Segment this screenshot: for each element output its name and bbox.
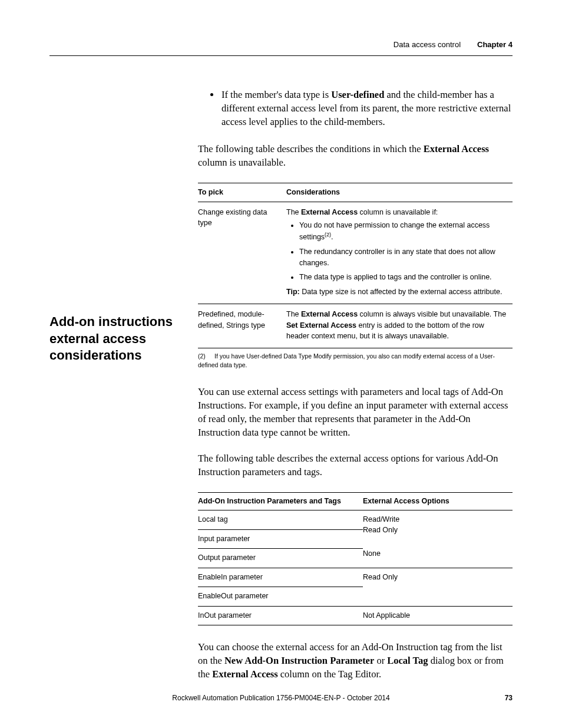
r1-b3: The data type is applied to tags and the…: [299, 272, 509, 283]
r1-bullet-list: You do not have permission to change the…: [286, 220, 509, 283]
t2-g1-l0: Read/Write: [363, 515, 513, 525]
top-bullet-item: If the member's data type is User-define…: [220, 88, 513, 129]
intro-bold: External Access: [424, 143, 489, 154]
t2-g2-empty: [363, 587, 513, 607]
b3-d: Local Tag: [387, 655, 428, 666]
table-row: Output parameter None: [198, 549, 513, 568]
b3-g: column on the Tag Editor.: [278, 668, 381, 680]
t2-g3: Not Applicable: [363, 606, 513, 625]
t2-l4: EnableOut parameter: [198, 587, 363, 607]
intro-paragraph: The following table describes the condit…: [198, 143, 513, 170]
table-row: Change existing data type The External A…: [198, 202, 513, 304]
table2-head-options: External Access Options: [363, 492, 513, 510]
table1-r2-c2: The External Access column is always vis…: [286, 304, 513, 348]
table-row: Local tag Read/Write Read Only: [198, 510, 513, 530]
body3-paragraph: You can choose the external access for a…: [198, 641, 513, 681]
t2-g1-l2: None: [363, 549, 513, 568]
table-row: EnableOut parameter: [198, 587, 513, 607]
b3-f: External Access: [212, 668, 277, 680]
footer-publication: Rockwell Automation Publication 1756-PM0…: [73, 694, 489, 702]
t2-l3: EnableIn parameter: [198, 568, 363, 587]
r1-lead-c: column is unavailable if:: [358, 208, 438, 216]
table1-head-considerations: Considerations: [286, 183, 513, 202]
top-bullet-list: If the member's data type is User-define…: [198, 88, 513, 129]
table1-footnote: (2)If you have User-defined Data Type Mo…: [198, 352, 513, 369]
b3-b: New Add-On Instruction Parameter: [224, 655, 374, 666]
footer-page-number: 73: [489, 694, 513, 702]
running-header: Data access control Chapter 4: [49, 40, 513, 49]
table2-head-params: Add-On Instruction Parameters and Tags: [198, 492, 363, 510]
table-row: EnableIn parameter Read Only: [198, 568, 513, 587]
header-rule: [49, 55, 513, 56]
bullet-bold-userdefined: User-defined: [331, 89, 384, 100]
t2-l1: Input parameter: [198, 529, 363, 549]
t2-g2: Read Only: [363, 568, 513, 587]
table1-head-topick: To pick: [198, 183, 286, 202]
footnote-num: (2): [198, 352, 214, 360]
r2-a: The: [286, 310, 301, 318]
b3-c: or: [374, 655, 387, 666]
options-table: Add-On Instruction Parameters and Tags E…: [198, 492, 513, 626]
r1-lead-a: The: [286, 208, 301, 216]
r1-b1-b: .: [331, 233, 333, 241]
section-heading: Add-on instructions external access cons…: [49, 314, 185, 364]
main-content: If the member's data type is User-define…: [198, 88, 513, 694]
r2-c: column is always visible but unavailable…: [358, 310, 506, 318]
t2-l5: InOut parameter: [198, 606, 363, 625]
r1-b2: The redundancy controller is in any stat…: [299, 246, 509, 269]
body2-p2: The following table describes the extern…: [198, 452, 513, 479]
table1-r1-c2: The External Access column is unavailabl…: [286, 202, 513, 304]
conditions-table: To pick Considerations Change existing d…: [198, 183, 513, 348]
t2-g1-lines: Read/Write Read Only: [363, 510, 513, 549]
r1-tip: Tip: Data type size is not affected by t…: [286, 286, 509, 298]
intro-a: The following table describes the condit…: [198, 143, 424, 154]
page-footer: Rockwell Automation Publication 1756-PM0…: [49, 694, 513, 702]
table-row: Predefined, module-defined, Strings type…: [198, 304, 513, 348]
r1-b1-sup: (2): [325, 232, 331, 238]
table-row: InOut parameter Not Applicable: [198, 606, 513, 625]
t2-l2: Output parameter: [198, 549, 363, 568]
r1-tip-text: Data type size is not affected by the ex…: [300, 288, 503, 296]
bullet-text-prefix: If the member's data type is: [222, 89, 331, 100]
t2-l0: Local tag: [198, 510, 363, 530]
table1-r1-c1: Change existing data type: [198, 202, 286, 304]
footnote-text: If you have User-defined Data Type Modif…: [198, 353, 495, 368]
r2-d: Set External Access: [286, 321, 356, 330]
r1-tip-label: Tip:: [286, 288, 300, 296]
table1-r2-c1: Predefined, module-defined, Strings type: [198, 304, 286, 348]
header-chapter: Chapter 4: [477, 40, 513, 49]
r1-lead-b: External Access: [301, 208, 358, 216]
r2-b: External Access: [301, 310, 358, 318]
r1-b1: You do not have permission to change the…: [299, 220, 509, 243]
t2-g1-l1: Read Only: [363, 525, 513, 536]
page: Data access control Chapter 4 Add-on ins…: [0, 0, 562, 728]
body2-p1: You can use external access settings wit…: [198, 386, 513, 439]
header-section: Data access control: [394, 40, 461, 49]
intro-c: column is unavailable.: [198, 157, 286, 168]
